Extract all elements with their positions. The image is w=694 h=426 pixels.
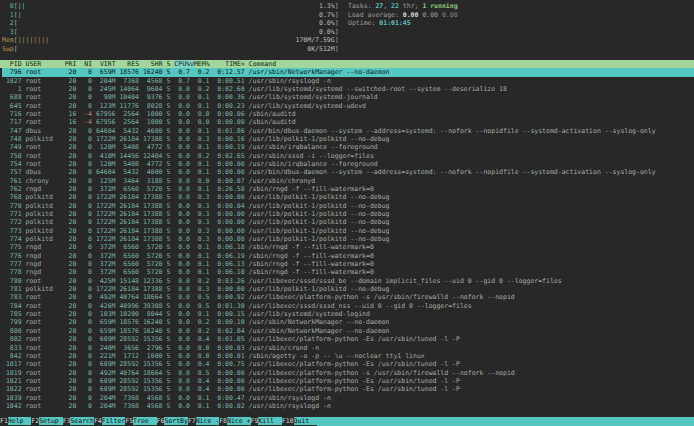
process-row-778[interactable]: 778 rngd 20 0 372M 6560 5720 S 0.0 0.1 0… bbox=[2, 268, 694, 276]
process-row-799[interactable]: 799 root 20 0 659M 18576 16240 S 0.0 0.2… bbox=[2, 318, 694, 326]
footer-fill bbox=[317, 417, 694, 426]
process-row-750[interactable]: 750 root 20 0 410M 14456 12404 S 0.0 0.2… bbox=[2, 152, 694, 160]
process-row-716[interactable]: 716 root 16 -4 67956 2564 1000 S 0.0 0.0… bbox=[2, 110, 694, 118]
swp-meter: Swp[ 0K/512M] bbox=[2, 45, 694, 54]
process-row-776[interactable]: 776 rngd 20 0 372M 6560 5720 S 0.0 0.1 0… bbox=[2, 252, 694, 260]
process-row-773[interactable]: 773 polkitd 20 0 1722M 26184 17388 S 0.0… bbox=[2, 227, 694, 235]
process-row-1042[interactable]: 1042 root 20 0 204M 7368 4568 S 0.0 0.1 … bbox=[2, 402, 694, 410]
column-header-command[interactable]: Command bbox=[249, 60, 276, 68]
column-header-pid[interactable]: PID bbox=[2, 60, 22, 68]
column-header-pri[interactable]: PRI bbox=[65, 60, 77, 68]
process-row-757[interactable]: 757 dbus 20 0 64604 5432 4600 S 0.0 0.1 … bbox=[2, 168, 694, 176]
mem-meter: Mem[|||||||| 170M/7.59G] bbox=[2, 36, 694, 45]
process-row-833[interactable]: 833 root 20 0 240M 3656 2796 S 0.0 0.0 0… bbox=[2, 344, 694, 352]
process-row-717[interactable]: 717 root 16 -4 67956 2564 1000 S 0.0 0.0… bbox=[2, 118, 694, 126]
footer-f8-nice[interactable]: F8Nice + bbox=[219, 417, 250, 426]
process-row-1019[interactable]: 1019 root 20 0 492M 40764 18664 S 0.0 0.… bbox=[2, 369, 694, 377]
footer-f3-search[interactable]: F3Search bbox=[63, 417, 94, 426]
footer-f10-quit[interactable]: F10Quit bbox=[282, 417, 317, 426]
footer-f5-tree[interactable]: F5Tree bbox=[125, 417, 156, 426]
process-row-772[interactable]: 772 polkitd 20 0 1722M 26184 17388 S 0.0… bbox=[2, 218, 694, 226]
footer-f7-nice[interactable]: F7Nice - bbox=[188, 417, 219, 426]
process-row-1[interactable]: 1 root 20 0 245M 14064 9604 S 0.0 0.2 0:… bbox=[2, 85, 694, 93]
process-row-762[interactable]: 762 rngd 20 0 372M 6560 5720 S 0.0 0.1 0… bbox=[2, 185, 694, 193]
process-row-775[interactable]: 775 rngd 20 0 372M 6560 5720 S 0.0 0.1 0… bbox=[2, 243, 694, 251]
footer-f6-sortby[interactable]: F6SortBy bbox=[157, 417, 188, 426]
process-row-768[interactable]: 768 polkitd 20 0 1722M 26184 17388 S 0.0… bbox=[2, 193, 694, 201]
process-row-754[interactable]: 754 root 20 0 120M 5408 4772 S 0.0 0.1 0… bbox=[2, 160, 694, 168]
process-row-1021[interactable]: 1021 root 20 0 609M 28592 15356 S 0.0 0.… bbox=[2, 377, 694, 385]
column-header-ni[interactable]: NI bbox=[80, 60, 92, 68]
process-table-header[interactable]: PID USER PRI NI VIRT RES SHR S CPU%▽MEM%… bbox=[0, 60, 694, 69]
tasks-summary: Tasks: 27, 22 thr; 1 running bbox=[348, 2, 458, 11]
process-row-774[interactable]: 774 polkitd 20 0 1722M 26184 17388 S 0.0… bbox=[2, 235, 694, 243]
function-key-bar: F1Help F2Setup F3SearchF4FilterF5Tree F6… bbox=[0, 417, 694, 426]
process-row-784[interactable]: 784 root 20 0 426M 40996 39308 S 0.0 0.5… bbox=[2, 302, 694, 310]
column-header-mem[interactable]: MEM% bbox=[194, 60, 210, 68]
process-row-749[interactable]: 749 root 20 0 120M 5408 4772 S 0.0 0.1 0… bbox=[2, 143, 694, 151]
process-row-747[interactable]: 747 dbus 20 0 64604 5432 4600 S 0.0 0.1 … bbox=[2, 127, 694, 135]
process-row-1027[interactable]: 1027 root 20 0 204M 7368 4568 S 0.7 0.1 … bbox=[2, 77, 694, 85]
process-row-783[interactable]: 783 root 20 0 492M 40764 18664 S 0.0 0.5… bbox=[2, 293, 694, 301]
process-row-1022[interactable]: 1022 root 20 0 609M 28592 15356 S 0.0 0.… bbox=[2, 385, 694, 393]
uptime: Uptime: 01:01:45 bbox=[348, 19, 458, 28]
process-row-1039[interactable]: 1039 root 20 0 204M 7368 4568 S 0.0 0.1 … bbox=[2, 394, 694, 402]
htop-screen: { "app": "htop", "colors": { "background… bbox=[0, 0, 694, 426]
process-table-rows: 796 root 20 0 659M 18576 16240 S 0.7 0.2… bbox=[2, 68, 694, 417]
process-row-770[interactable]: 770 polkitd 20 0 1722M 26184 17388 S 0.0… bbox=[2, 202, 694, 210]
load-average: Load average: 0.00 0.00 0.00 bbox=[348, 11, 458, 20]
process-row-688[interactable]: 688 root 20 0 98M 10404 9376 S 0.0 0.1 0… bbox=[2, 93, 694, 101]
column-header-time[interactable]: TIME+ bbox=[214, 60, 245, 68]
process-row-748[interactable]: 748 polkitd 20 0 1722M 26184 17388 S 0.0… bbox=[2, 135, 694, 143]
process-row-780[interactable]: 780 root 20 0 425M 15148 12336 S 0.0 0.2… bbox=[2, 277, 694, 285]
process-row-785[interactable]: 785 root 20 0 103M 10200 8044 S 0.0 0.1 … bbox=[2, 310, 694, 318]
process-row-777[interactable]: 777 rngd 20 0 372M 6560 5720 S 0.0 0.1 0… bbox=[2, 260, 694, 268]
summary-panel: Tasks: 27, 22 thr; 1 runningLoad average… bbox=[348, 2, 458, 28]
footer-f2-setup[interactable]: F2Setup bbox=[31, 417, 62, 426]
process-row-842[interactable]: 842 root 20 0 221M 1712 1600 S 0.0 0.0 0… bbox=[2, 352, 694, 360]
process-row-761[interactable]: 761 chrony 20 0 125M 3464 3188 S 0.0 0.0… bbox=[2, 177, 694, 185]
process-row-1017[interactable]: 1017 root 20 0 609M 28592 15356 S 0.0 0.… bbox=[2, 360, 694, 368]
column-header-shr[interactable]: SHR bbox=[143, 60, 163, 68]
column-header-cpu[interactable]: CPU%▽ bbox=[174, 60, 194, 68]
footer-f4-filter[interactable]: F4Filter bbox=[94, 417, 125, 426]
cpu3-meter: 3[ 0.0%] bbox=[2, 28, 694, 37]
footer-f1-help[interactable]: F1Help bbox=[0, 417, 31, 426]
column-header-virt[interactable]: VIRT bbox=[96, 60, 116, 68]
process-row-802[interactable]: 802 root 20 0 609M 28592 15356 S 0.0 0.4… bbox=[2, 335, 694, 343]
process-row-771[interactable]: 771 polkitd 20 0 1722M 26184 17388 S 0.0… bbox=[2, 210, 694, 218]
process-row-800[interactable]: 800 root 20 0 659M 18576 16240 S 0.0 0.2… bbox=[2, 327, 694, 335]
process-row-796[interactable]: 796 root 20 0 659M 18576 16240 S 0.7 0.2… bbox=[2, 68, 694, 76]
process-row-645[interactable]: 645 root 20 0 123M 11776 8028 S 0.0 0.1 … bbox=[2, 102, 694, 110]
column-header-res[interactable]: RES bbox=[120, 60, 140, 68]
column-header-user[interactable]: USER bbox=[26, 60, 61, 68]
footer-f9-kill[interactable]: F9Kill bbox=[251, 417, 282, 426]
process-row-781[interactable]: 781 polkitd 20 0 1722M 26184 17388 S 0.0… bbox=[2, 285, 694, 293]
